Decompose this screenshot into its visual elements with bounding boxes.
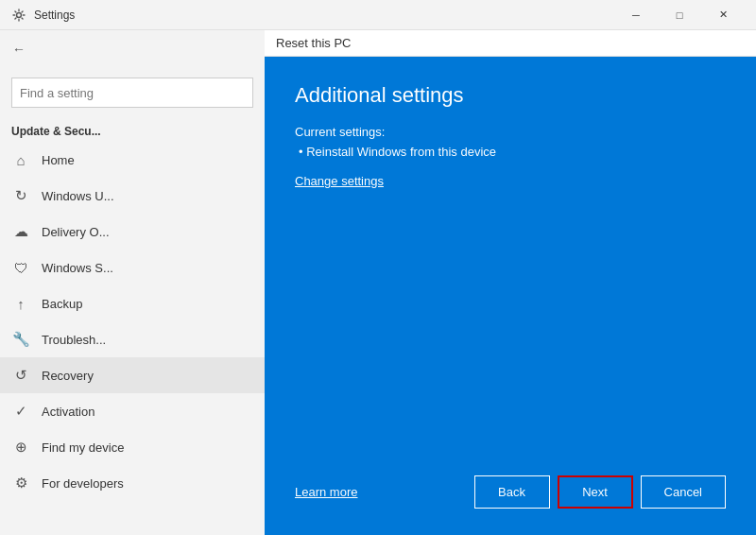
- search-input[interactable]: [20, 86, 245, 100]
- dialog-bullet-item: • Reinstall Windows from this device: [299, 145, 726, 159]
- tooltip-text: Reset this PC: [276, 36, 351, 50]
- sidebar-item-label-recovery: Recovery: [42, 369, 94, 383]
- sidebar-item-recovery[interactable]: ↺ Recovery: [0, 357, 265, 393]
- next-button[interactable]: Next: [558, 475, 633, 509]
- change-settings-link[interactable]: Change settings: [295, 174, 384, 188]
- delivery-icon: ☁: [11, 222, 30, 241]
- back-button[interactable]: Back: [474, 475, 550, 509]
- cancel-button[interactable]: Cancel: [641, 475, 726, 509]
- blue-dialog: Additional settings Current settings: • …: [265, 57, 756, 535]
- bullet-symbol: •: [299, 145, 306, 159]
- current-settings-label: Current settings:: [295, 125, 726, 139]
- shield-icon: 🛡: [11, 258, 30, 277]
- find-device-icon: ⊕: [11, 438, 30, 457]
- bullet-text: Reinstall Windows from this device: [306, 145, 496, 159]
- sidebar-item-delivery[interactable]: ☁ Delivery O...: [0, 214, 265, 250]
- sidebar: ← Update & Secu... ⌂ Home ↻ Windows U...…: [0, 30, 265, 535]
- activation-icon: ✓: [11, 402, 30, 421]
- minimize-button[interactable]: ─: [614, 0, 658, 30]
- settings-icon: [11, 8, 26, 23]
- sidebar-item-label-activation: Activation: [42, 405, 94, 419]
- sidebar-item-find-my-device[interactable]: ⊕ Find my device: [0, 429, 265, 465]
- sidebar-item-backup[interactable]: ↑ Backup: [0, 285, 265, 321]
- sidebar-item-for-developers[interactable]: ⚙ For developers: [0, 465, 265, 501]
- sidebar-item-label-delivery: Delivery O...: [42, 225, 110, 239]
- main-content: Recovery Reset this PC Additional settin…: [265, 30, 756, 535]
- sidebar-item-label-security: Windows S...: [42, 261, 113, 275]
- dialog-spacer: [295, 188, 726, 475]
- dialog-overlay: Reset this PC Additional settings Curren…: [265, 30, 756, 535]
- window-controls: ─ □ ✕: [614, 0, 745, 30]
- svg-point-0: [17, 12, 22, 17]
- title-bar: Settings ─ □ ✕: [0, 0, 756, 30]
- sidebar-item-troubleshoot[interactable]: 🔧 Troublesh...: [0, 321, 265, 357]
- sidebar-item-label-troubleshoot: Troublesh...: [42, 333, 106, 347]
- sidebar-section-header: Update & Secu...: [0, 121, 265, 142]
- home-icon: ⌂: [11, 150, 30, 169]
- dialog-title: Additional settings: [295, 83, 726, 108]
- sidebar-item-label-find: Find my device: [42, 440, 124, 455]
- sidebar-item-windows-security[interactable]: 🛡 Windows S...: [0, 250, 265, 285]
- sidebar-item-home[interactable]: ⌂ Home: [0, 142, 265, 178]
- sidebar-item-label-home: Home: [42, 153, 75, 167]
- recovery-icon: ↺: [11, 366, 30, 385]
- search-box[interactable]: [11, 78, 253, 108]
- troubleshoot-icon: 🔧: [11, 330, 30, 349]
- update-icon: ↻: [11, 186, 30, 205]
- back-navigation-button[interactable]: ←: [4, 34, 34, 64]
- sidebar-item-windows-update[interactable]: ↻ Windows U...: [0, 178, 265, 214]
- sidebar-item-label-backup: Backup: [42, 297, 82, 311]
- backup-icon: ↑: [11, 294, 30, 313]
- window-title: Settings: [34, 9, 614, 22]
- sidebar-item-activation[interactable]: ✓ Activation: [0, 393, 265, 429]
- dialog-footer: Learn more Back Next Cancel: [295, 475, 726, 509]
- reset-pc-tooltip: Reset this PC: [265, 30, 756, 57]
- close-button[interactable]: ✕: [701, 0, 745, 30]
- dialog-buttons: Back Next Cancel: [474, 475, 726, 509]
- sidebar-item-label-dev: For developers: [42, 476, 124, 491]
- app-body: ← Update & Secu... ⌂ Home ↻ Windows U...…: [0, 30, 756, 535]
- developer-icon: ⚙: [11, 474, 30, 492]
- sidebar-item-label-update: Windows U...: [42, 189, 114, 203]
- learn-more-link[interactable]: Learn more: [295, 485, 357, 499]
- maximize-button[interactable]: □: [658, 0, 701, 30]
